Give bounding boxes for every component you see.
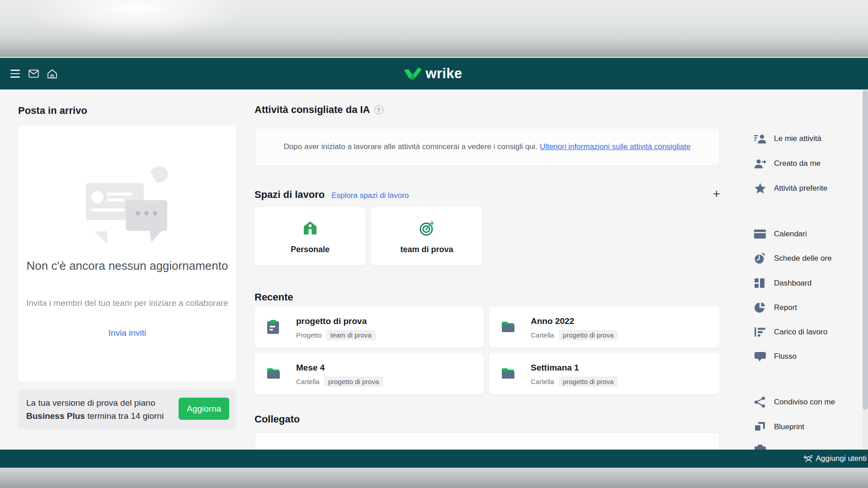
sidebar-item-blueprint[interactable]: Blueprint: [754, 421, 858, 433]
star-icon: [754, 183, 766, 194]
sidebar-item-label: Dashboard: [774, 279, 811, 288]
explore-spaces-link[interactable]: Esplora spazi di lavoro: [331, 191, 409, 200]
spaces-title: Spazi di lavoro: [255, 189, 325, 201]
recent-card-tag[interactable]: team di prova: [326, 330, 376, 340]
my-tasks-icon: [754, 133, 766, 145]
dashboard-icon: [754, 277, 766, 289]
shared-with-me-icon: [754, 396, 766, 408]
wrike-app-window: wrike ?: [0, 0, 868, 488]
hamburger-menu-button[interactable]: [8, 58, 22, 89]
blueprint-icon: [754, 421, 766, 433]
inbox-title: Posta in arrivo: [18, 105, 87, 117]
sidebar-item-created-by-me[interactable]: Creato da me: [754, 157, 858, 170]
sidebar-item-label: Le mie attività: [774, 134, 821, 143]
timesheet-icon: [754, 253, 766, 264]
wrike-logo: wrike: [404, 58, 462, 89]
spaces-header: Spazi di lavoro Esplora spazi di lavoro: [255, 189, 409, 201]
recent-card-settimana-1[interactable]: Settimana 1 Cartella progetto di prova: [489, 353, 720, 394]
folder-icon: [501, 320, 515, 335]
add-users-label: Aggiungi utenti: [816, 454, 867, 463]
trial-text: La tua versione di prova del piano Busin…: [26, 396, 164, 422]
recent-card-type: Progetto: [296, 331, 322, 339]
sidebar-item-label: Flusso: [774, 352, 797, 361]
recent-card-type: Cartella: [531, 331, 554, 339]
ai-info-text: Dopo aver iniziato a lavorare alle attiv…: [284, 142, 538, 151]
wrike-wordmark: wrike: [426, 66, 462, 82]
recent-card-title: Settimana 1: [531, 363, 579, 373]
ai-info-link[interactable]: Ulteriori informazioni sulle attività co…: [540, 142, 691, 151]
bottom-status-bar: Aggiungi utenti: [0, 450, 868, 468]
space-card-personale[interactable]: Personale: [255, 207, 366, 266]
mail-icon: [28, 70, 39, 78]
ai-help-icon[interactable]: ?: [374, 105, 383, 114]
target-icon: [371, 220, 482, 237]
add-space-button[interactable]: +: [710, 187, 723, 201]
report-icon: [754, 302, 766, 314]
wrike-logo-icon: [404, 67, 422, 80]
desktop-background-bottom: [0, 468, 868, 488]
linked-card[interactable]: [255, 432, 720, 450]
space-label: Personale: [255, 245, 366, 254]
sidebar-item-starred[interactable]: Attività preferite: [754, 182, 858, 195]
created-by-me-icon: [754, 158, 766, 169]
home-space-icon: [255, 220, 366, 237]
home-button[interactable]: [45, 58, 59, 89]
ai-section-header: Attività consigliate da IA ?: [255, 104, 383, 116]
desktop-background-top: [0, 0, 868, 58]
app-header: wrike ?: [0, 58, 868, 89]
sidebar-item-calendars[interactable]: Calendari: [754, 228, 858, 240]
sidebar-item-label: Report: [774, 303, 797, 312]
recent-card-title: Mese 4: [296, 363, 325, 373]
sidebar-item-label: Carico di lavoro: [774, 328, 827, 337]
sidebar-item-shared-with-me[interactable]: Condiviso con me: [754, 396, 858, 408]
empty-state-title: Non c'è ancora nessun aggiornamento: [18, 258, 236, 274]
sidebar-item-my-tasks[interactable]: Le mie attività: [754, 132, 858, 145]
add-users-button[interactable]: Aggiungi utenti: [803, 454, 867, 463]
ai-section-title: Attività consigliate da IA: [255, 104, 370, 116]
add-user-icon: [803, 455, 813, 463]
recent-card-tag[interactable]: progetto di prova: [559, 330, 618, 340]
recent-card-tag[interactable]: progetto di prova: [324, 376, 383, 387]
sidebar-item-dashboard[interactable]: Dashboard: [754, 277, 858, 290]
sidebar-item-label: Attività preferite: [774, 184, 827, 193]
send-invites-link[interactable]: Invia inviti: [18, 328, 236, 338]
linked-title: Collegato: [255, 413, 300, 425]
project-icon: [267, 320, 279, 336]
recent-card-tag[interactable]: progetto di prova: [559, 376, 618, 387]
empty-state-subtitle: Invita i membri del tuo team per iniziar…: [18, 296, 236, 310]
folder-icon: [501, 366, 515, 382]
hamburger-icon: [10, 70, 20, 78]
recent-card-progetto-di-prova[interactable]: progetto di prova Progetto team di prova: [255, 306, 484, 348]
trial-banner: La tua versione di prova del piano Busin…: [18, 389, 236, 429]
sidebar-item-timesheets[interactable]: Schede delle ore: [754, 252, 858, 265]
inbox-mail-button[interactable]: [27, 58, 40, 89]
recent-card-title: progetto di prova: [296, 316, 367, 326]
sidebar-item-label: Schede delle ore: [774, 254, 832, 263]
recent-card-mese-4[interactable]: Mese 4 Cartella progetto di prova: [255, 353, 484, 394]
upgrade-button[interactable]: Aggiorna: [179, 398, 229, 420]
trial-plan-name: Business Plus: [26, 411, 85, 421]
inbox-empty-card: Non c'è ancora nessun aggiornamento Invi…: [18, 126, 236, 382]
recent-title: Recente: [255, 291, 293, 303]
folder-icon: [267, 366, 280, 382]
app-body: Posta in arrivo Non c'è ancora nessun ag…: [0, 89, 868, 450]
sidebar-item-label: Condiviso con me: [774, 398, 835, 407]
sidebar-item-report[interactable]: Report: [754, 301, 858, 314]
home-icon: [47, 69, 57, 79]
recent-card-title: Anno 2022: [531, 316, 574, 326]
sidebar-item-stream[interactable]: Flusso: [754, 350, 858, 363]
ai-info-card: Dopo aver iniziato a lavorare alle attiv…: [255, 128, 720, 166]
space-card-team-di-prova[interactable]: team di prova: [371, 207, 482, 266]
workload-icon: [754, 326, 766, 338]
sidebar-item-label: Blueprint: [774, 422, 804, 432]
space-label: team di prova: [371, 245, 482, 254]
sidebar-item-label: Calendari: [774, 230, 807, 239]
chat-bubble-illustration: [126, 200, 167, 231]
sidebar-item-workload[interactable]: Carico di lavoro: [754, 326, 858, 338]
scrollbar-thumb[interactable]: [863, 90, 868, 410]
stream-icon: [754, 351, 766, 362]
sidebar-item-label: Creato da me: [774, 159, 821, 168]
recent-card-type: Cartella: [296, 378, 320, 385]
recent-card-anno-2022[interactable]: Anno 2022 Cartella progetto di prova: [489, 306, 720, 348]
calendar-icon: [754, 228, 766, 240]
